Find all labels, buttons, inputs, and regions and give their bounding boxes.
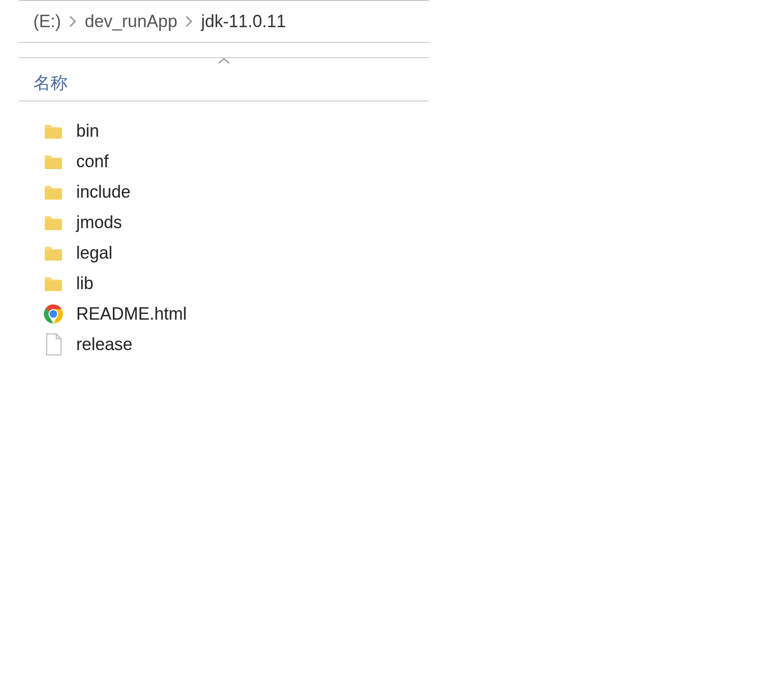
column-name-header[interactable]: 名称 — [33, 58, 68, 95]
list-item[interactable]: jmods — [43, 207, 414, 238]
folder-icon — [43, 121, 64, 141]
folder-icon — [43, 151, 64, 172]
breadcrumb[interactable]: (E:) dev_runApp jdk-11.0.11 — [19, 0, 429, 43]
file-name-label: lib — [76, 273, 93, 293]
file-name-label: bin — [76, 121, 99, 141]
folder-icon — [43, 182, 64, 202]
list-item[interactable]: bin — [43, 116, 414, 146]
file-name-label: release — [76, 334, 132, 354]
breadcrumb-item-folder-2[interactable]: jdk-11.0.11 — [201, 11, 286, 31]
chevron-right-icon — [186, 16, 192, 27]
folder-icon — [43, 212, 64, 233]
list-item[interactable]: release — [43, 329, 414, 360]
file-list: bin conf include jmods legal — [0, 101, 429, 374]
list-item[interactable]: README.html — [43, 299, 414, 329]
file-name-label: conf — [76, 151, 109, 172]
folder-icon — [43, 242, 64, 263]
breadcrumb-item-drive[interactable]: (E:) — [33, 11, 61, 31]
list-item[interactable]: legal — [43, 238, 414, 268]
chrome-html-icon — [43, 303, 64, 324]
sort-ascending-icon — [218, 57, 230, 64]
chevron-right-icon — [70, 16, 76, 27]
folder-icon — [43, 273, 64, 294]
list-item[interactable]: include — [43, 177, 414, 207]
list-item[interactable]: conf — [43, 146, 414, 177]
file-name-label: README.html — [76, 304, 187, 324]
file-name-label: include — [76, 182, 131, 202]
file-name-label: legal — [76, 243, 112, 263]
breadcrumb-item-folder-1[interactable]: dev_runApp — [85, 11, 177, 31]
list-item[interactable]: lib — [43, 268, 414, 299]
file-name-label: jmods — [76, 212, 122, 232]
svg-point-2 — [50, 310, 57, 318]
blank-file-icon — [43, 334, 64, 355]
column-header-row[interactable]: 名称 — [19, 57, 429, 101]
